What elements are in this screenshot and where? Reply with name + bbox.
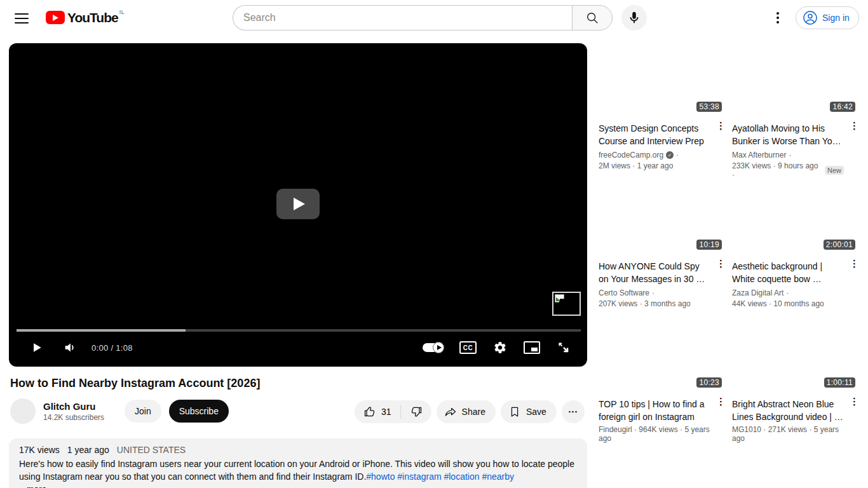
share-label: Share [462, 407, 485, 417]
search-box[interactable] [233, 5, 572, 30]
settings-kebab-icon[interactable] [773, 10, 783, 25]
cc-icon: CC [463, 344, 473, 351]
related-meta: Findeugirl · 964K views · 5 years ago [599, 425, 710, 443]
channel-separator: · [676, 151, 679, 159]
related-channel[interactable]: freeCodeCamp.org [599, 151, 663, 159]
related-meta: 44K views · 10 months ago [732, 299, 824, 308]
autoplay-toggle[interactable] [423, 343, 443, 352]
verified-icon: ✓ [666, 151, 674, 159]
settings-button[interactable] [493, 341, 507, 355]
subscribe-button[interactable]: Subscribe [169, 400, 229, 423]
action-bar: 31 Share Save ⋯ [355, 400, 585, 423]
related-video-card[interactable]: 10:19 How ANYONE Could Spy on Your Messa… [597, 181, 726, 319]
related-title[interactable]: Ayatollah Moving to His Bunker is Worse … [732, 122, 844, 147]
channel-separator: · [789, 151, 791, 159]
related-title[interactable]: Aesthetic background | White coquette bo… [732, 260, 844, 285]
more-actions-button[interactable]: ⋯ [562, 400, 585, 423]
video-title: How to Find Nearby Instagram Account [20… [10, 377, 582, 390]
video-thumbnail[interactable]: 53:38 [597, 43, 726, 114]
volume-button[interactable] [58, 336, 81, 359]
description-box[interactable]: 17K views 1 year ago UNITED STATES Here'… [9, 438, 587, 488]
related-channel[interactable]: Zaza Digital Art [732, 288, 783, 297]
thumbs-up-icon [363, 405, 376, 418]
duration-badge: 10:23 [696, 377, 722, 388]
save-button[interactable]: Save [501, 400, 557, 423]
duration-badge: 16:42 [830, 102, 855, 112]
save-label: Save [526, 407, 546, 417]
description-hashtags[interactable]: #howto #instagram #location #nearby [366, 471, 514, 482]
youtube-logo[interactable]: YouTube IL [46, 9, 125, 26]
gear-icon [493, 341, 507, 355]
channel-row: Glitch Guru 14.2K subscribers Join Subsc… [10, 398, 229, 424]
autoplay-knob-icon [433, 342, 444, 353]
related-meta: 207K views · 3 months ago [599, 299, 691, 308]
microphone-icon [627, 11, 641, 25]
card-menu-icon[interactable]: ⋮ [716, 259, 726, 269]
new-badge: New [825, 166, 844, 175]
view-count: 17K views [19, 445, 60, 455]
card-menu-icon[interactable]: ⋮ [850, 396, 859, 407]
related-meta: 2M views · 1 year ago [599, 161, 673, 170]
person-icon [803, 10, 818, 25]
video-thumbnail[interactable]: 2:00:01 [731, 181, 859, 252]
related-video-card[interactable]: 53:38 System Design Concepts Course and … [597, 43, 726, 181]
search-input[interactable] [243, 12, 562, 24]
related-title[interactable]: Bright Abstract Neon Blue Lines Backgrou… [732, 398, 844, 423]
channel-avatar[interactable] [10, 398, 36, 424]
video-player[interactable]: 0:00 / 1:08 CC [9, 43, 587, 367]
related-title[interactable]: System Design Concepts Course and Interv… [599, 122, 710, 147]
dislike-button[interactable] [401, 400, 431, 423]
related-channel[interactable]: Max Afterburner [732, 151, 786, 159]
channel-separator: · [786, 288, 789, 297]
upload-date: 1 year ago [67, 445, 109, 455]
related-video-card[interactable]: 2:00:01 Aesthetic background | White coq… [731, 181, 859, 319]
video-thumbnail[interactable]: 10:23 [597, 319, 726, 390]
related-video-card[interactable]: 10:23 TOP 10 tips | How to find a foreig… [597, 319, 726, 457]
like-count: 31 [381, 407, 391, 417]
big-play-button[interactable] [276, 189, 320, 219]
sign-in-button[interactable]: Sign in [796, 6, 859, 29]
progress-bar[interactable] [17, 329, 581, 332]
hamburger-menu-icon[interactable] [13, 10, 30, 25]
card-menu-icon[interactable]: ⋮ [850, 121, 859, 131]
buffered-bar [17, 329, 186, 332]
related-videos: 53:38 System Design Concepts Course and … [597, 43, 859, 457]
card-menu-icon[interactable]: ⋮ [716, 121, 726, 131]
country-code: IL [119, 9, 125, 15]
related-video-card[interactable]: 16:42 Ayatollah Moving to His Bunker is … [731, 43, 859, 181]
duration-badge: 1:00:11 [824, 377, 855, 388]
duration-badge: 53:38 [696, 102, 722, 112]
card-menu-icon[interactable]: ⋮ [716, 396, 726, 407]
related-meta: 233K views · 9 hours ago · [732, 161, 822, 179]
bookmark-icon [508, 405, 521, 418]
fullscreen-button[interactable] [557, 341, 571, 355]
card-menu-icon[interactable]: ⋮ [850, 259, 859, 269]
related-channel[interactable]: Certo Software [599, 288, 649, 297]
related-title[interactable]: TOP 10 tips | How to find a foreign girl… [599, 398, 710, 423]
show-more-link[interactable]: ...more [19, 484, 577, 488]
like-dislike-pill: 31 [355, 400, 431, 423]
captions-button[interactable]: CC [459, 341, 477, 354]
related-title[interactable]: How ANYONE Could Spy on Your Messages in… [599, 260, 710, 285]
voice-search-button[interactable] [621, 5, 647, 30]
broken-image-icon [555, 294, 564, 302]
video-thumbnail[interactable]: 10:19 [597, 181, 726, 252]
like-button[interactable]: 31 [355, 400, 400, 423]
play-button[interactable] [25, 336, 48, 359]
related-video-card[interactable]: 1:00:11 Bright Abstract Neon Blue Lines … [731, 319, 859, 457]
share-button[interactable]: Share [437, 400, 496, 423]
share-icon [444, 405, 457, 418]
video-thumbnail[interactable]: 1:00:11 [731, 319, 859, 390]
join-button[interactable]: Join [125, 400, 161, 423]
fullscreen-icon [557, 341, 571, 355]
subscriber-count: 14.2K subscribers [43, 412, 113, 423]
related-meta: MG1010 · 271K views · 5 years ago [732, 425, 844, 443]
search-button[interactable] [572, 5, 613, 30]
miniplayer-icon[interactable] [524, 341, 540, 354]
channel-separator: · [652, 288, 654, 297]
top-app-bar: YouTube IL Sign in [0, 0, 868, 36]
channel-name[interactable]: Glitch Guru [43, 400, 113, 412]
sign-in-label: Sign in [822, 13, 850, 23]
video-thumbnail[interactable]: 16:42 [731, 43, 859, 114]
duration-badge: 10:19 [696, 240, 722, 250]
